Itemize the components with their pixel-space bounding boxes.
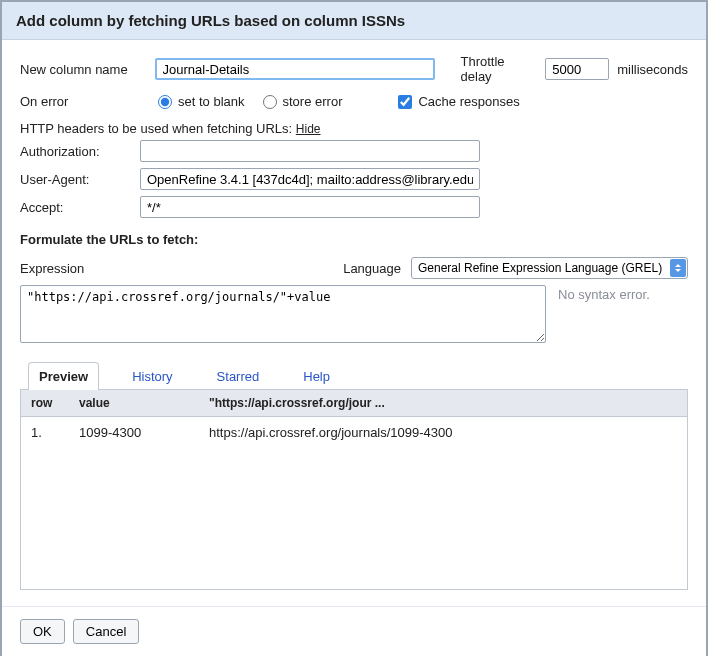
headers-table: Authorization: User-Agent: Accept: bbox=[20, 140, 688, 218]
cancel-button[interactable]: Cancel bbox=[73, 619, 139, 644]
headers-title-text: HTTP headers to be used when fetching UR… bbox=[20, 121, 292, 136]
new-column-row: New column name Throttle delay milliseco… bbox=[20, 54, 688, 84]
cache-checkbox[interactable] bbox=[398, 95, 412, 109]
dialog-footer: OK Cancel bbox=[2, 606, 706, 656]
dialog-body: New column name Throttle delay milliseco… bbox=[2, 40, 706, 606]
header-key-accept: Accept: bbox=[20, 200, 140, 215]
tab-history[interactable]: History bbox=[121, 362, 183, 390]
expression-textarea[interactable]: "https://api.crossref.org/journals/"+val… bbox=[20, 285, 546, 343]
header-value-user-agent[interactable] bbox=[140, 168, 480, 190]
expression-meta-row: Expression Language General Refine Expre… bbox=[20, 257, 688, 279]
header-value-authorization[interactable] bbox=[140, 140, 480, 162]
throttle-input[interactable] bbox=[545, 58, 609, 80]
col-result-header: "https://api.crossref.org/jour ... bbox=[209, 396, 677, 410]
expression-label: Expression bbox=[20, 261, 84, 276]
tab-help[interactable]: Help bbox=[292, 362, 341, 390]
on-error-label: On error bbox=[20, 94, 150, 109]
formulate-title: Formulate the URLs to fetch: bbox=[20, 232, 688, 247]
cache-wrap: Cache responses bbox=[398, 94, 519, 109]
ok-button[interactable]: OK bbox=[20, 619, 65, 644]
table-row: 1. 1099-4300 https://api.crossref.org/jo… bbox=[21, 417, 687, 448]
preview-panel: row value "https://api.crossref.org/jour… bbox=[20, 390, 688, 590]
throttle-label: Throttle delay bbox=[461, 54, 538, 84]
dialog: Add column by fetching URLs based on col… bbox=[0, 0, 708, 656]
tab-preview[interactable]: Preview bbox=[28, 362, 99, 390]
radio-set-blank-label: set to blank bbox=[178, 94, 245, 109]
radio-store-error[interactable] bbox=[263, 95, 277, 109]
tabs: Preview History Starred Help bbox=[20, 361, 688, 390]
tab-starred[interactable]: Starred bbox=[206, 362, 271, 390]
cell-row-n: 1. bbox=[31, 425, 79, 440]
col-row-header: row bbox=[31, 396, 79, 410]
language-select-wrap: General Refine Expression Language (GREL… bbox=[411, 257, 688, 279]
syntax-status: No syntax error. bbox=[558, 285, 688, 343]
throttle-unit: milliseconds bbox=[617, 62, 688, 77]
language-label: Language bbox=[343, 261, 401, 276]
radio-store-error-label: store error bbox=[283, 94, 343, 109]
dialog-title: Add column by fetching URLs based on col… bbox=[2, 2, 706, 40]
headers-title: HTTP headers to be used when fetching UR… bbox=[20, 121, 688, 136]
header-key-authorization: Authorization: bbox=[20, 144, 140, 159]
col-value-header: value bbox=[79, 396, 209, 410]
on-error-options: set to blank store error bbox=[158, 94, 354, 109]
header-value-accept[interactable] bbox=[140, 196, 480, 218]
new-column-input[interactable] bbox=[155, 58, 435, 80]
language-select[interactable]: General Refine Expression Language (GREL… bbox=[411, 257, 688, 279]
cell-result: https://api.crossref.org/journals/1099-4… bbox=[209, 425, 677, 440]
header-key-user-agent: User-Agent: bbox=[20, 172, 140, 187]
cache-label: Cache responses bbox=[418, 94, 519, 109]
expression-area-row: "https://api.crossref.org/journals/"+val… bbox=[20, 285, 688, 343]
cell-value: 1099-4300 bbox=[79, 425, 209, 440]
preview-header: row value "https://api.crossref.org/jour… bbox=[21, 390, 687, 417]
headers-toggle-link[interactable]: Hide bbox=[296, 122, 321, 136]
on-error-row: On error set to blank store error Cache … bbox=[20, 94, 688, 109]
new-column-label: New column name bbox=[20, 62, 147, 77]
radio-set-blank[interactable] bbox=[158, 95, 172, 109]
